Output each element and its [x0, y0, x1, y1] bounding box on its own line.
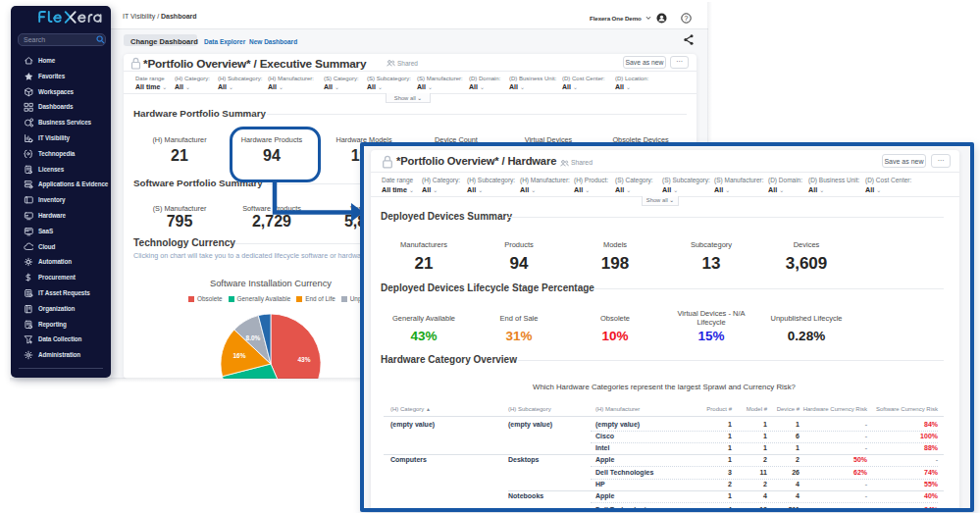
svg-text:8.0%: 8.0%	[246, 334, 261, 341]
svg-text:16%: 16%	[232, 352, 245, 359]
svg-text:43%: 43%	[297, 356, 310, 363]
svg-text:?: ?	[685, 15, 689, 22]
